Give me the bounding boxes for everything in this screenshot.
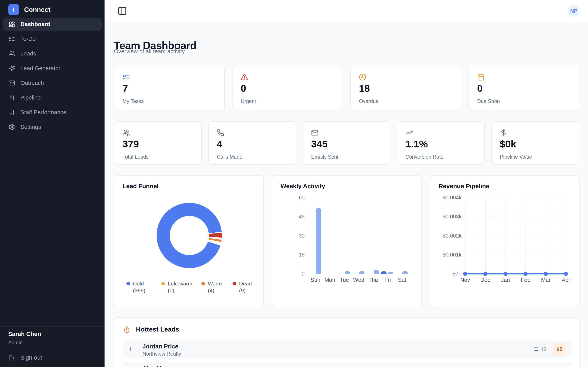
sidebar-item-pipeline[interactable]: Pipeline (3, 91, 102, 104)
legend-dot (201, 282, 205, 285)
sidebar-item-label: Staff Performance (20, 109, 66, 116)
sidebar-item-label: To-Do (20, 36, 36, 42)
data-point-apr[interactable] (564, 272, 568, 276)
legend-item-warm[interactable]: Warm(4) (201, 280, 222, 294)
stat-label: Emails Sent (311, 154, 338, 160)
legend-item-lukewarm[interactable]: Lukewarm(0) (161, 280, 192, 294)
legend-item-cold[interactable]: Cold(366) (126, 280, 145, 294)
stat-card-total-leads[interactable]: 379 Total Leads (114, 121, 202, 165)
y-axis-tick: $0.003k (443, 213, 461, 220)
lead-row-alex-m[interactable]: Alex M (123, 362, 572, 367)
sign-out-label: Sign out (20, 354, 42, 361)
sidebar-item-label: Lead Generator (20, 65, 61, 72)
stat-label: Calls Made (217, 154, 242, 160)
x-axis-label: Nov (454, 277, 476, 283)
list-todo-icon (9, 36, 15, 42)
stat-card-conversion-rate[interactable]: 1.1% Conversion Rate (397, 121, 485, 165)
stat-value: 4 (217, 138, 222, 150)
calendar-icon (477, 73, 484, 81)
stat-card-emails-sent[interactable]: 345 Emails Sent (303, 121, 390, 165)
stat-value: 7 (122, 83, 128, 94)
y-axis-tick: $0.001k (443, 252, 461, 258)
lead-row-jordan-price[interactable]: 1 Jordan Price Northview Realty 13 65 (123, 341, 572, 358)
stat-card-urgent[interactable]: 0 Urgent (232, 66, 343, 111)
sidebar-item-lead-generator[interactable]: Lead Generator (3, 62, 102, 75)
bar-fri-series-light[interactable] (388, 272, 393, 274)
avatar[interactable]: NP (568, 5, 579, 17)
legend-dot (161, 282, 165, 285)
team-dashboard-app: I Connect Dashboard To-Do Leads Lead Gen… (0, 0, 588, 367)
stat-card-pipeline-value[interactable]: $0k Pipeline Value (491, 121, 579, 165)
y-axis-tick: 45 (286, 213, 305, 220)
stat-card-due-soon[interactable]: 0 Due Soon (468, 66, 579, 111)
bar-sun-series-light[interactable] (316, 208, 321, 274)
sidebar-item-dashboard[interactable]: Dashboard (3, 18, 102, 31)
sidebar-item-label: Dashboard (20, 21, 50, 27)
stat-label: Urgent (241, 98, 256, 104)
sidebar-item-label: Settings (20, 124, 41, 130)
top-bar: NP (104, 0, 588, 22)
bar-fri-series-dark[interactable] (381, 271, 387, 274)
gridline-horizontal (465, 198, 570, 198)
lead-name: Alex M (143, 365, 162, 367)
data-point-jan[interactable] (503, 272, 508, 276)
data-point-feb[interactable] (523, 272, 527, 276)
weekly-activity-card: Weekly Activity 015304560SunMonTueWedThu… (272, 175, 422, 307)
sidebar-item-staff-performance[interactable]: Staff Performance (3, 106, 102, 119)
data-point-mar[interactable] (544, 272, 548, 276)
alert-triangle-icon (241, 73, 248, 81)
revenue-pipeline-card: Revenue Pipeline $0k$0.001k$0.002k$0.003… (430, 175, 580, 307)
sidebar-item-label: Pipeline (20, 94, 41, 101)
mail-icon (9, 80, 15, 86)
stat-card-overdue[interactable]: 18 Overdue (350, 66, 461, 111)
data-point-dec[interactable] (483, 272, 487, 276)
gridline-horizontal (465, 217, 570, 217)
stat-value: 18 (359, 83, 370, 94)
y-axis-tick: 60 (286, 194, 305, 201)
legend-dot (126, 282, 130, 285)
users-icon (9, 50, 15, 57)
bar-chart-icon (9, 109, 15, 116)
stat-label: Pipeline Value (500, 154, 532, 160)
stat-value: 379 (122, 138, 139, 150)
lead-name: Jordan Price (143, 343, 178, 350)
data-point-nov[interactable] (463, 272, 467, 276)
chart-title: Lead Funnel (122, 183, 159, 190)
stat-value: 345 (311, 138, 328, 150)
stat-card-calls-made[interactable]: 4 Calls Made (208, 121, 296, 165)
phone-icon (217, 129, 224, 136)
sidebar-item-leads[interactable]: Leads (3, 47, 102, 60)
donut-hole (170, 216, 209, 255)
bar-thu-series-light[interactable] (374, 270, 379, 274)
x-axis-label: Mar (535, 277, 557, 283)
revenue-line (465, 273, 566, 275)
stat-value: 0 (241, 83, 246, 94)
stat-value: $0k (500, 138, 516, 150)
x-axis-label: Feb (514, 277, 537, 283)
sidebar: I Connect Dashboard To-Do Leads Lead Gen… (0, 0, 104, 367)
page-subtitle: Overview of all team activity (114, 48, 185, 55)
x-axis-label: Dec (474, 277, 497, 283)
y-axis-tick: 30 (286, 233, 305, 239)
legend-dot (233, 282, 236, 285)
legend-label: Dead(9) (239, 280, 252, 294)
lead-funnel-donut-chart[interactable] (156, 203, 222, 268)
bar-tue-series-light[interactable] (345, 271, 350, 274)
sidebar-toggle-icon[interactable] (118, 6, 127, 16)
lead-score-badge: 65 (553, 343, 566, 356)
bar-sat-series-light[interactable] (402, 271, 408, 274)
message-square-icon (533, 347, 539, 352)
stat-card-my-tasks[interactable]: 7 My Tasks (114, 66, 225, 111)
gridline-horizontal (465, 255, 570, 255)
bar-wed-series-light[interactable] (359, 271, 364, 274)
legend-item-dead[interactable]: Dead(9) (233, 280, 252, 294)
lead-company: Northview Realty (143, 351, 181, 357)
sidebar-item-settings[interactable]: Settings (3, 121, 102, 133)
gridline-vertical (506, 198, 506, 274)
gridline-vertical (526, 198, 526, 274)
sidebar-item-outreach[interactable]: Outreach (3, 77, 102, 89)
sidebar-divider (0, 326, 104, 327)
sign-out-button[interactable]: Sign out (9, 354, 42, 361)
sidebar-item-todo[interactable]: To-Do (3, 33, 102, 45)
stat-value: 0 (477, 83, 483, 94)
